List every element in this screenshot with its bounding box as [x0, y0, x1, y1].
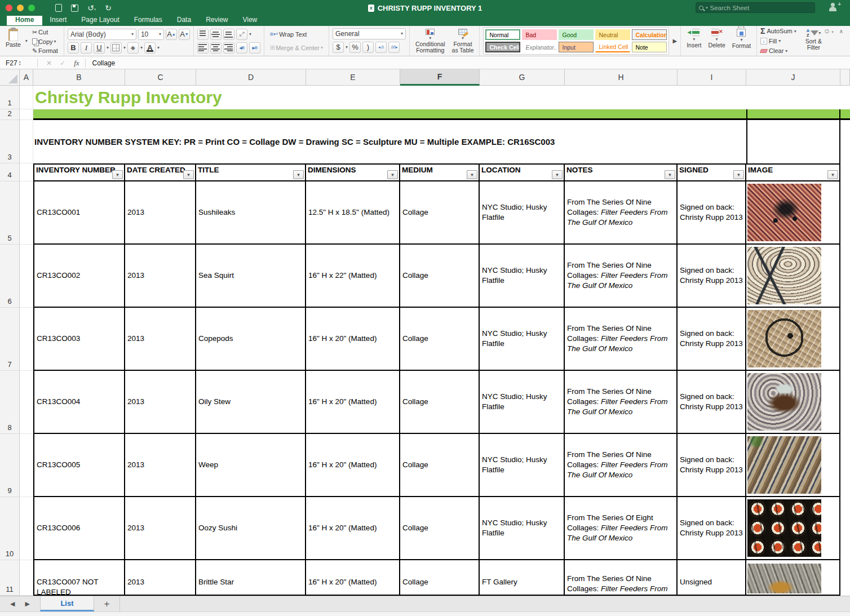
tab-data[interactable]: Data: [170, 14, 198, 25]
cell-a5[interactable]: [20, 181, 33, 245]
header-location[interactable]: LOCATION▼: [480, 163, 565, 181]
header-image[interactable]: IMAGE▼: [746, 163, 840, 181]
column-header-a[interactable]: A: [20, 69, 33, 86]
percent-button[interactable]: %: [349, 42, 361, 53]
orientation-caret-icon[interactable]: ▾: [249, 32, 251, 37]
cell-location[interactable]: NYC Studio; Husky Flatfile: [480, 371, 565, 434]
undo-icon[interactable]: ↺▾: [87, 3, 96, 12]
cell-date-created[interactable]: 2013: [125, 497, 196, 560]
header-signed[interactable]: SIGNED▼: [678, 163, 746, 181]
cell-title[interactable]: Sushileaks: [196, 181, 306, 245]
cell-image[interactable]: [746, 308, 840, 371]
cell-medium[interactable]: Collage: [400, 181, 480, 245]
font-name-combo[interactable]: Arial (Body)▾: [68, 29, 136, 40]
cell-location[interactable]: NYC Studio; Husky Flatfile: [480, 245, 565, 308]
style-normal[interactable]: Normal: [485, 29, 520, 40]
cell-date-created[interactable]: 2013: [125, 371, 196, 434]
cell-a8[interactable]: [20, 371, 33, 434]
search-box[interactable]: ▾: [696, 2, 815, 13]
cell-a3[interactable]: [20, 120, 33, 163]
cell-b1[interactable]: Christy Rupp Inventory: [33, 86, 840, 109]
increase-font-size-button[interactable]: A▲: [166, 29, 177, 40]
cell-signed[interactable]: Unsigned: [678, 560, 746, 596]
wrap-text-button[interactable]: ≡↩Wrap Text: [268, 30, 325, 39]
sheet-tab-list[interactable]: List: [40, 596, 94, 611]
filter-dropdown-icon[interactable]: ▼: [112, 170, 123, 179]
green-band[interactable]: [33, 109, 746, 120]
cell-a4[interactable]: [20, 163, 33, 181]
horizontal-scrollbar[interactable]: [0, 611, 850, 616]
cell-medium[interactable]: Collage: [400, 308, 480, 371]
inventory-key-cell[interactable]: INVENTORY NUMBER SYSTEM KEY: PR = Print …: [33, 120, 746, 163]
tab-home[interactable]: Home: [7, 14, 42, 25]
zoom-window-button[interactable]: [28, 5, 35, 11]
select-all-corner[interactable]: [0, 69, 20, 86]
row-header-9[interactable]: 9: [0, 434, 20, 497]
header-title[interactable]: TITLE▼: [196, 163, 306, 181]
row-header-5[interactable]: 5: [0, 181, 20, 245]
style-calculation[interactable]: Calculation: [632, 29, 667, 40]
cell-a10[interactable]: [20, 497, 33, 560]
cell-notes[interactable]: From The Series Of Nine Collages: Filter…: [565, 245, 678, 308]
cell-a2[interactable]: [20, 109, 33, 120]
cell-title[interactable]: Weep: [196, 434, 306, 497]
conditional-formatting-button[interactable]: ▾ ConditionalFormatting: [413, 28, 448, 55]
filter-dropdown-icon[interactable]: ▼: [665, 170, 675, 179]
cell-signed[interactable]: Signed on back: Christy Rupp 2013: [678, 371, 746, 434]
cell-medium[interactable]: Collage: [400, 245, 480, 308]
filter-dropdown-icon[interactable]: ▼: [467, 170, 477, 179]
cell-notes[interactable]: From The Series Of Nine Collages: Filter…: [565, 308, 678, 371]
font-color-caret-icon[interactable]: ▾: [157, 45, 160, 50]
column-header-c[interactable]: C: [125, 69, 196, 86]
row-header-11[interactable]: 11: [0, 560, 20, 596]
cell-inventory-number[interactable]: CR13CO007 NOT LABELED: [33, 560, 125, 596]
orientation-button[interactable]: ⤢: [236, 29, 247, 40]
row-header-1[interactable]: 1: [0, 86, 20, 109]
filter-dropdown-icon[interactable]: ▼: [183, 170, 194, 179]
cell-a7[interactable]: [20, 308, 33, 371]
column-header-h[interactable]: H: [565, 69, 678, 86]
comma-style-button[interactable]: ): [362, 42, 374, 53]
currency-button[interactable]: $: [333, 42, 344, 53]
header-medium[interactable]: MEDIUM▼: [400, 163, 480, 181]
cell-notes[interactable]: From The Series Of Eight Collages: Filte…: [565, 497, 678, 560]
new-workbook-icon[interactable]: [55, 4, 62, 12]
underline-caret-icon[interactable]: ▾: [107, 45, 109, 50]
cell-inventory-number[interactable]: CR13CO003: [33, 308, 125, 371]
column-header-g[interactable]: G: [480, 69, 565, 86]
style-good[interactable]: Good: [559, 29, 594, 40]
column-header-d[interactable]: D: [196, 69, 306, 86]
format-painter-button[interactable]: ✎Format: [30, 46, 60, 56]
column-header-e[interactable]: E: [306, 69, 400, 86]
header-date-created[interactable]: DATE CREATED▼: [125, 163, 196, 181]
align-top-button[interactable]: [197, 29, 209, 40]
feedback-smiley-icon[interactable]: ☺ ▾: [824, 27, 834, 35]
row-header-10[interactable]: 10: [0, 497, 20, 560]
redo-icon[interactable]: ↻: [105, 3, 112, 12]
save-icon[interactable]: [71, 5, 78, 12]
font-size-combo[interactable]: 10▾: [138, 29, 164, 40]
column-header-f-selected[interactable]: F: [400, 69, 480, 86]
cell-inventory-number[interactable]: CR13CO004: [33, 371, 125, 434]
row-header-3[interactable]: 3: [0, 120, 20, 163]
tab-page-layout[interactable]: Page Layout: [74, 14, 126, 25]
align-middle-button[interactable]: [210, 29, 222, 40]
autosum-button[interactable]: ΣAutoSum▾: [760, 27, 796, 36]
cell-title[interactable]: Oily Stew: [196, 371, 306, 434]
cell-signed[interactable]: Signed on back: Christy Rupp 2013: [678, 308, 746, 371]
cell-dimensions[interactable]: 12.5" H x 18.5" (Matted): [306, 181, 400, 245]
filter-dropdown-icon[interactable]: ▼: [827, 170, 838, 179]
share-icon[interactable]: [829, 3, 840, 12]
add-sheet-button[interactable]: +: [94, 596, 120, 611]
borders-button[interactable]: [110, 42, 122, 54]
tab-insert[interactable]: Insert: [42, 14, 74, 25]
style-neutral[interactable]: Neutral: [595, 29, 630, 40]
cell-medium[interactable]: Collage: [400, 560, 480, 596]
style-explanatory[interactable]: Explanator...: [522, 42, 557, 52]
cell-date-created[interactable]: 2013: [125, 560, 196, 596]
cell-signed[interactable]: Signed on back: Christy Rupp 2013: [678, 434, 746, 497]
increase-decimal-button[interactable]: ◂.0: [375, 42, 387, 53]
format-as-table-button[interactable]: ▾ Formatas Table: [450, 28, 476, 55]
cancel-entry-icon[interactable]: ✕: [46, 59, 52, 67]
styles-gallery-more-icon[interactable]: ▶: [672, 38, 677, 44]
